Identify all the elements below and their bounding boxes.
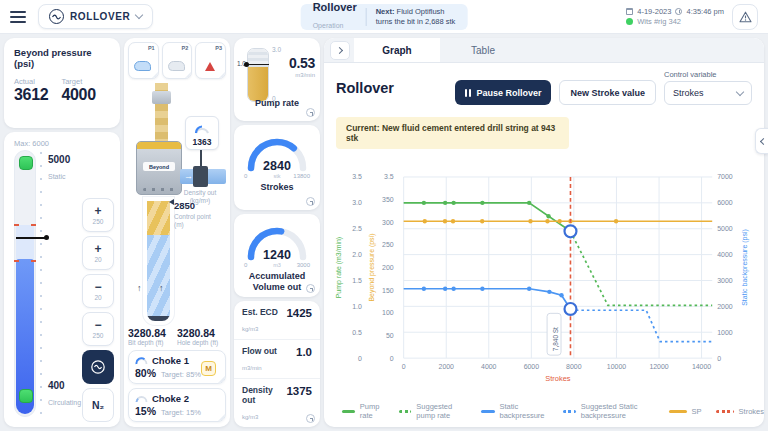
legend-pump-rate[interactable]: Pump rate <box>342 402 385 420</box>
choke-2-card[interactable]: Choke 2 15% Target: 15% <box>128 388 226 422</box>
pump-rate-card: 1.0 3.0 0 0.53 m3/min Pump rate <box>234 38 320 121</box>
pump-rate-value: 0.53 <box>289 55 315 71</box>
density-out-gauge[interactable]: 1363 <box>185 116 219 150</box>
app-root: ROLLOVER Rollover Operation Next: Fluid … <box>0 0 768 431</box>
control-point-unit: (m) <box>174 221 211 229</box>
svg-text:3.5: 3.5 <box>352 173 362 180</box>
svg-text:1.5: 1.5 <box>352 277 362 284</box>
circulating-pressure-value: 400 <box>48 380 81 391</box>
expand-icon[interactable] <box>306 284 315 293</box>
decrease-250-button[interactable]: −250 <box>82 312 114 346</box>
pump-marker-dot <box>244 62 249 67</box>
time-text: 4:35:46 pm <box>686 7 724 16</box>
nitrogen-button[interactable]: N₂ <box>82 388 114 422</box>
pressure-slider-track[interactable] <box>14 150 36 417</box>
static-pressure-handle[interactable] <box>19 156 33 170</box>
svg-text:4000: 4000 <box>717 251 733 258</box>
range-limit-mark <box>31 224 36 226</box>
choke-1-card[interactable]: Choke 1 80% Target: 85% M <box>128 350 226 384</box>
preset-p2-button[interactable]: P2 <box>162 42 193 79</box>
svg-text:8000: 8000 <box>566 363 582 370</box>
auto-pressure-button[interactable] <box>82 350 114 384</box>
svg-text:7,840 St: 7,840 St <box>552 327 559 351</box>
choke-gauge-icon <box>135 395 148 403</box>
increase-250-button[interactable]: +250 <box>82 198 114 232</box>
svg-text:2000: 2000 <box>439 363 455 370</box>
pipe-collar <box>152 91 171 104</box>
svg-text:350: 350 <box>382 196 394 203</box>
current-status-banner: Current: New fluid cement entered drill … <box>336 117 569 149</box>
folded-corner <box>185 72 191 78</box>
choke-2-value: 15% <box>135 405 156 417</box>
alerts-button[interactable] <box>732 4 758 30</box>
well-panel: P1 P2 P3 <box>124 38 230 427</box>
svg-text:3.0: 3.0 <box>352 199 362 206</box>
target-pressure-value: 4000 <box>61 86 95 104</box>
circulating-pressure-handle[interactable] <box>19 389 33 403</box>
svg-text:Static backpressure (psi): Static backpressure (psi) <box>741 229 749 306</box>
density-out-label: Density out <box>242 385 286 405</box>
legend-strokes[interactable]: Strokes <box>716 407 764 416</box>
actual-label: Actual <box>14 77 48 86</box>
expand-icon[interactable] <box>306 197 315 206</box>
operation-switcher[interactable]: ROLLOVER <box>38 4 153 29</box>
beyond-unit-label: Beyond <box>143 162 175 171</box>
legend-static-backpressure[interactable]: Static backpressure <box>481 402 549 420</box>
svg-text:300: 300 <box>382 219 394 226</box>
expand-icon[interactable] <box>306 108 315 117</box>
svg-text:Beyond pressure (psi): Beyond pressure (psi) <box>368 234 376 302</box>
preset-p1-button[interactable]: P1 <box>128 42 159 79</box>
tabs-bar: Graph Table <box>324 38 764 63</box>
svg-text:10000: 10000 <box>607 363 626 370</box>
tab-graph[interactable]: Graph <box>354 38 440 62</box>
connection-status-icon <box>626 18 633 25</box>
current-pressure-marker[interactable] <box>16 237 46 239</box>
choke-1-value: 80% <box>135 367 156 379</box>
svg-text:7000: 7000 <box>717 173 733 180</box>
fluid-p1-icon <box>134 61 151 71</box>
svg-text:1000: 1000 <box>717 329 733 336</box>
slider-tick-marks <box>40 152 42 415</box>
static-pressure-value: 5000 <box>48 154 70 165</box>
main-panel: Graph Table Rollover Pause Rollover New … <box>324 38 764 427</box>
panel-expand-button[interactable] <box>330 41 350 60</box>
bit-depth-value: 3280.84 <box>128 327 177 339</box>
control-variable-select[interactable]: Strokes <box>664 81 752 105</box>
side-panel-collapse-button[interactable] <box>755 128 768 154</box>
pump-tank-gauge <box>247 48 269 102</box>
top-bar: ROLLOVER Rollover Operation Next: Fluid … <box>0 0 768 34</box>
new-stroke-value-button[interactable]: New Stroke value <box>559 80 656 105</box>
legend-suggested-pump-rate[interactable]: Suggested pump rate <box>399 402 467 420</box>
control-point-value: 2850 <box>174 200 195 211</box>
accumulated-unit: m3 <box>238 262 316 268</box>
legend-suggested-static-backpressure[interactable]: Suggested Static backpressure <box>563 402 655 420</box>
pointer-icon <box>169 199 174 205</box>
annulus-up-arrow-icon: ↑ <box>159 283 164 293</box>
legend-sp[interactable]: SP <box>669 407 702 416</box>
strokes-card: 2840 0 stk 13800 Strokes <box>234 125 320 210</box>
tab-table[interactable]: Table <box>440 38 526 62</box>
preset-p3-button[interactable]: P3 <box>195 42 226 79</box>
est-ecd-value: 1425 <box>286 307 312 335</box>
hamburger-menu-icon[interactable] <box>10 8 26 26</box>
pressure-panel-title: Beyond pressure (psi) <box>14 47 110 69</box>
density-out-value: 1363 <box>186 137 218 147</box>
decrease-20-button[interactable]: −20 <box>82 274 114 308</box>
est-ecd-row: Est. ECDkg/m3 1425 <box>234 301 320 339</box>
svg-text:0.5: 0.5 <box>352 329 362 336</box>
pump-scale-max: 3.0 <box>272 46 281 53</box>
outflow-valve <box>193 166 208 187</box>
increase-20-button[interactable]: +20 <box>82 236 114 270</box>
expand-icon[interactable] <box>306 414 315 423</box>
strokes-label: Strokes <box>238 182 316 193</box>
chart-legend: Pump rate Suggested pump rate Static bac… <box>324 402 764 427</box>
accumulated-label: Accumulated Volume out <box>238 271 316 293</box>
flow-out-label: Flow out <box>242 346 277 356</box>
divider <box>366 8 367 26</box>
range-limit-mark <box>14 260 19 262</box>
pause-rollover-button[interactable]: Pause Rollover <box>455 80 551 105</box>
svg-text:2.5: 2.5 <box>352 225 362 232</box>
density-out-unit: kg/m3 <box>242 414 258 420</box>
folded-corner <box>219 72 225 78</box>
rollover-chart[interactable]: 7,840 St3.53.02.52.01.51.00.503.53503002… <box>324 149 764 402</box>
